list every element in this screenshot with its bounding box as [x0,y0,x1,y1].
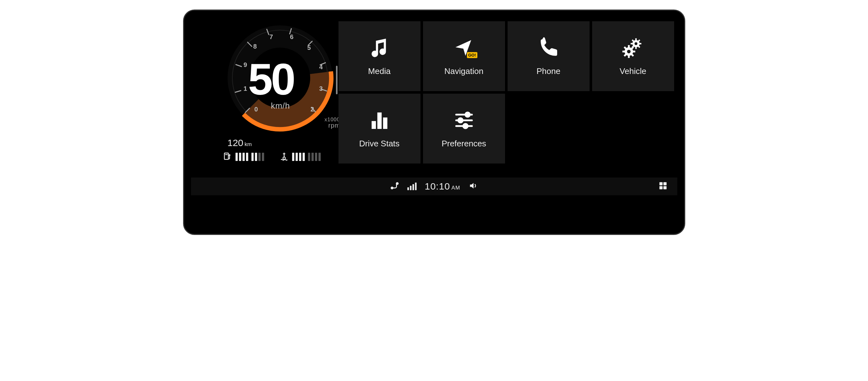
svg-rect-50 [663,182,666,185]
svg-rect-31 [628,55,630,58]
svg-rect-20 [635,38,637,40]
clock-time: 10:10 [425,181,450,192]
bottom-bezel-space [191,195,677,227]
svg-point-29 [627,49,630,53]
sliders-icon [453,109,475,132]
tick-3: 3 [319,85,322,93]
status-center: 10:10AM [390,181,478,192]
navigation-arrow-icon: GO! [453,36,475,59]
route-icon[interactable] [390,181,399,192]
svg-rect-23 [639,43,641,44]
fuel-bars [236,153,264,161]
clock-ampm: AM [451,185,460,191]
tick-8: 8 [253,43,257,50]
trip-distance: 120km [227,137,252,148]
svg-rect-51 [659,186,662,189]
svg-rect-49 [659,182,662,185]
gears-icon [622,36,645,59]
go-badge: GO! [467,52,477,58]
clock: 10:10AM [425,181,460,192]
trip-unit: km [245,141,252,147]
app-tile-media[interactable]: Media [339,21,421,91]
app-label: Phone [536,66,560,76]
bar-chart-icon [368,109,391,132]
svg-rect-52 [663,186,666,189]
svg-point-42 [465,112,470,117]
apps-panel: Media GO! Navigation Phone [337,18,677,177]
app-grid: Media GO! Navigation Phone [339,21,674,164]
svg-point-46 [463,124,468,128]
coolant-temp-icon [279,151,289,162]
svg-point-44 [458,118,463,123]
app-label: Media [368,66,391,76]
screen: 0 1 2 3 4 5 6 7 8 9 50 km/h [191,18,677,227]
status-bar: 10:10AM [191,177,677,195]
svg-rect-22 [630,43,633,44]
app-tile-phone[interactable]: Phone [507,21,590,91]
gauge-panel: 0 1 2 3 4 5 6 7 8 9 50 km/h [191,18,337,177]
music-note-icon [368,36,391,59]
svg-rect-33 [632,50,635,53]
tick-6: 6 [290,33,293,40]
svg-rect-39 [377,112,382,129]
tick-9: 9 [244,61,247,69]
tachometer-gauge: 0 1 2 3 4 5 6 7 8 9 50 km/h [226,24,334,132]
svg-rect-38 [372,121,376,129]
phone-icon [537,36,560,59]
app-tile-vehicle[interactable]: Vehicle [592,21,674,91]
tick-7: 7 [270,33,273,40]
app-tile-navigation[interactable]: GO! Navigation [423,21,505,91]
tick-1: 1 [244,85,247,93]
meters-row [223,151,321,162]
temp-meter [279,151,321,162]
fuel-meter [223,151,264,162]
status-right [658,181,668,192]
app-label: Vehicle [620,66,647,76]
infotainment-device: 0 1 2 3 4 5 6 7 8 9 50 km/h [183,9,685,235]
tick-2: 2 [311,105,314,113]
app-label: Navigation [444,66,484,76]
svg-rect-21 [635,47,637,49]
svg-point-19 [634,42,637,45]
signal-icon [407,182,416,190]
app-tile-drivestats[interactable]: Drive Stats [339,94,421,164]
temp-bars [292,153,321,161]
svg-rect-40 [383,117,388,129]
trip-value: 120 [227,137,244,148]
panel-divider-handle[interactable] [336,66,338,94]
tick-4: 4 [319,64,322,71]
app-label: Drive Stats [359,139,400,148]
app-label: Preferences [441,139,486,148]
volume-icon[interactable] [468,181,478,192]
speed-readout: 50 km/h [248,57,294,111]
svg-rect-13 [224,153,228,160]
svg-rect-32 [622,50,625,53]
tick-5: 5 [307,44,311,51]
main-area: 0 1 2 3 4 5 6 7 8 9 50 km/h [191,18,677,177]
svg-rect-30 [628,45,630,48]
app-tile-preferences[interactable]: Preferences [423,94,505,164]
fuel-icon [223,151,232,162]
speed-value: 50 [248,57,294,102]
apps-grid-icon[interactable] [658,181,668,192]
